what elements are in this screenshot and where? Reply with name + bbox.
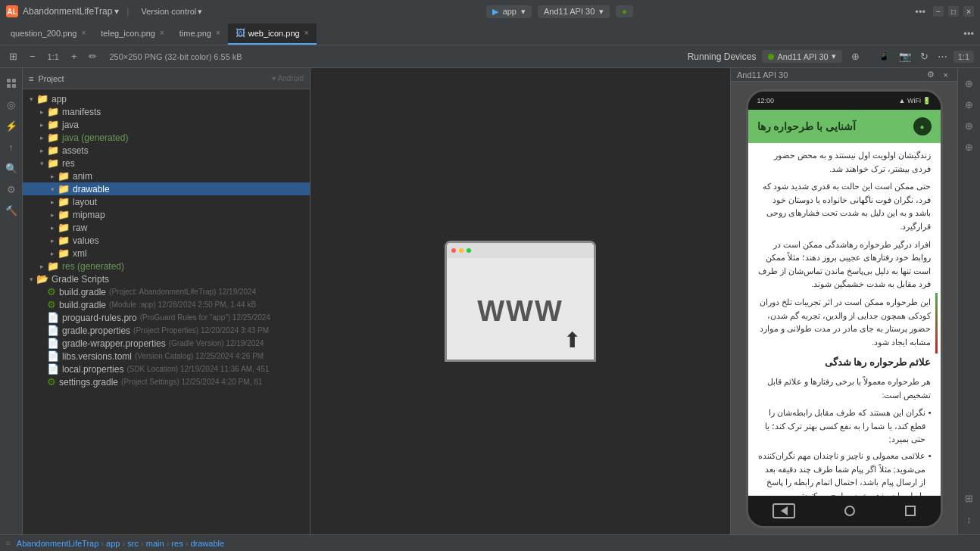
screenshot-button[interactable]: 📷 xyxy=(896,49,914,64)
close-tab-icon[interactable]: × xyxy=(304,29,309,37)
file-tree[interactable]: ▾ 📁 app ▸ 📁 manifests ▸ 📁 java ▸ xyxy=(23,89,310,534)
tree-item-res[interactable]: ▾ 📁 res xyxy=(23,157,310,170)
breadcrumb-item-res[interactable]: res xyxy=(171,539,183,548)
device-chip[interactable]: And11 API 30 ▾ xyxy=(538,5,610,18)
tree-item-proguard[interactable]: 📄 proguard-rules.pro (ProGuard Rules for… xyxy=(23,311,310,324)
tree-item-label: layout xyxy=(73,197,97,207)
right-icon-add-2[interactable]: ⊕ xyxy=(960,95,978,114)
run-config-chip[interactable]: ▶ app ▾ xyxy=(486,5,532,18)
phone-close-button[interactable]: × xyxy=(941,68,951,81)
tree-item-res-gen[interactable]: ▸ 📁 res (generated) xyxy=(23,260,310,272)
running-device-chip[interactable]: And11 API 30 ▾ xyxy=(762,50,841,63)
tree-item-java[interactable]: ▸ 📁 java xyxy=(23,118,310,131)
edit-button[interactable]: ✏ xyxy=(86,49,100,64)
tab-web[interactable]: 🖼 web_icon.png × xyxy=(228,23,317,45)
zoom-in-button[interactable]: + xyxy=(68,49,80,64)
right-icon-add-1[interactable]: ⊕ xyxy=(960,74,978,92)
tree-item-gradle-wrapper[interactable]: 📄 gradle-wrapper.properties (Gradle Vers… xyxy=(23,337,310,350)
right-icon-expand[interactable]: ↕ xyxy=(960,510,978,528)
folder-icon: 📁 xyxy=(58,196,70,207)
sidebar-icon-run[interactable]: ⚡ xyxy=(2,117,20,135)
tree-item-values[interactable]: ▸ 📁 values xyxy=(23,234,310,247)
breadcrumb-item-app[interactable]: app xyxy=(106,539,120,548)
tab-time[interactable]: time.png × xyxy=(172,23,228,45)
device-frame-button[interactable]: 📱 xyxy=(875,49,893,64)
svg-rect-3 xyxy=(12,84,16,88)
tree-item-app[interactable]: ▾ 📁 app xyxy=(23,92,310,105)
phone-para-1: زندگیشان اولویت اول نیستند و به محض حضور… xyxy=(757,149,932,176)
cursor-icon: ⬆ xyxy=(563,328,581,353)
nav-recents-button[interactable] xyxy=(905,506,916,516)
phone-screen[interactable]: ● آشنایی با طرحواره رها زندگیشان اولویت … xyxy=(748,110,941,496)
tree-item-xml[interactable]: ▸ 📁 xml xyxy=(23,247,310,260)
close-tab-icon[interactable]: × xyxy=(160,29,164,37)
tree-item-raw[interactable]: ▸ 📁 raw xyxy=(23,221,310,234)
dot-yellow xyxy=(459,248,463,253)
tree-item-manifests[interactable]: ▸ 📁 manifests xyxy=(23,105,310,118)
nav-back-button[interactable] xyxy=(772,503,795,518)
phone-content-area[interactable]: زندگیشان اولویت اول نیستند و به محض حضور… xyxy=(748,143,941,496)
tree-arrow: ▸ xyxy=(36,108,47,116)
phone-settings-button[interactable]: ⚙ xyxy=(924,68,938,81)
tree-item-build-gradle-module[interactable]: ⚙ build.gradle (Module :app) 12/28/2024 … xyxy=(23,298,310,311)
tab-teleg[interactable]: teleg_icon.png × xyxy=(93,23,171,45)
tree-item-label: values xyxy=(73,235,99,246)
tree-item-drawable[interactable]: ▾ 📁 drawable xyxy=(23,182,310,195)
www-text: WWW xyxy=(477,295,563,328)
breadcrumb-item-src[interactable]: src xyxy=(127,539,139,548)
right-icon-add-4[interactable]: ⊕ xyxy=(960,138,978,156)
close-tab-icon[interactable]: × xyxy=(216,29,220,37)
sidebar-icon-target[interactable]: ◎ xyxy=(2,95,20,114)
tree-item-libs-versions[interactable]: 📄 libs.versions.toml (Version Catalog) 1… xyxy=(23,350,310,363)
folder-icon: 📁 xyxy=(47,119,59,130)
nav-home-button[interactable] xyxy=(844,506,855,516)
add-device-button[interactable]: ⊕ xyxy=(848,49,863,64)
toolbar-more[interactable]: ••• xyxy=(912,5,929,19)
tree-item-gradle-scripts[interactable]: ▾ 📂 Gradle Scripts xyxy=(23,272,310,285)
close-tab-icon[interactable]: × xyxy=(81,29,86,37)
zoom-out-button[interactable]: − xyxy=(27,49,39,64)
right-icon-add-3[interactable]: ⊕ xyxy=(960,117,978,135)
tree-item-local-props[interactable]: 📄 local.properties (SDK Location) 12/19/… xyxy=(23,363,310,375)
phone-frame: 12:00 ▲ WiFi 🔋 ● آشنایی با طرحواره رها ز… xyxy=(746,89,943,528)
tree-item-layout[interactable]: ▸ 📁 layout xyxy=(23,195,310,208)
props-icon: 📄 xyxy=(47,325,59,336)
tab-question[interactable]: question_200.png × xyxy=(3,23,93,45)
sidebar-icon-settings[interactable]: ⚙ xyxy=(2,180,20,198)
toml-icon: 📄 xyxy=(47,350,59,362)
version-control-button[interactable]: Version control ▾ xyxy=(136,5,207,18)
breadcrumb-item-drawable[interactable]: drawable xyxy=(190,539,224,548)
breadcrumb-item-root[interactable]: AbandonmentLifeTrap xyxy=(17,539,98,548)
right-icon-fit[interactable]: ⊞ xyxy=(960,489,978,507)
svg-rect-1 xyxy=(12,79,16,82)
tab-overflow-button[interactable]: ••• xyxy=(960,26,977,41)
tree-item-build-gradle-project[interactable]: ⚙ build.gradle (Project: AbandonmentLife… xyxy=(23,285,310,298)
tree-item-gradle-props[interactable]: 📄 gradle.properties (Project Properties)… xyxy=(23,324,310,337)
phone-outer: 12:00 ▲ WiFi 🔋 ● آشنایی با طرحواره رها ز… xyxy=(731,82,957,534)
breadcrumb-item-main[interactable]: main xyxy=(146,539,164,548)
close-button[interactable]: × xyxy=(963,6,974,17)
tree-item-label: anim xyxy=(73,171,92,182)
project-name[interactable]: AbandonmentLifeTrap ▾ xyxy=(23,6,119,17)
device-name-label: And11 API 30 xyxy=(544,7,595,16)
tree-item-settings-gradle[interactable]: ⚙ settings.gradle (Project Settings) 12/… xyxy=(23,375,310,388)
sidebar-icon-search[interactable]: 🔍 xyxy=(2,159,20,177)
tree-item-java-gen[interactable]: ▸ 📁 java (generated) xyxy=(23,131,310,144)
window-controls: ••• − □ × xyxy=(912,5,974,19)
minimize-button[interactable]: − xyxy=(933,6,944,17)
file-tree-panel: ≡ Project ▾ Android ▾ 📁 app ▸ 📁 manifest… xyxy=(23,68,311,534)
svg-rect-2 xyxy=(7,84,11,88)
tree-item-anim[interactable]: ▸ 📁 anim xyxy=(23,170,310,182)
phone-panel-label: And11 API 30 xyxy=(737,70,788,79)
sidebar-icon-vcs[interactable]: ↑ xyxy=(2,138,20,156)
tree-item-mipmap[interactable]: ▸ 📁 mipmap xyxy=(23,208,310,221)
maximize-button[interactable]: □ xyxy=(948,6,959,17)
tree-item-meta: (Module :app) 12/28/2024 2:50 PM, 1.44 k… xyxy=(109,300,256,309)
more-options-button[interactable]: ⋯ xyxy=(935,49,950,64)
tree-item-meta: (Gradle Version) 12/19/2024 xyxy=(169,339,264,347)
tree-item-assets[interactable]: ▸ 📁 assets xyxy=(23,144,310,157)
rotate-button[interactable]: ↻ xyxy=(917,49,932,64)
fit-screen-button[interactable]: ⊞ xyxy=(6,49,20,64)
sidebar-icon-project[interactable] xyxy=(2,74,20,92)
sidebar-icon-build[interactable]: 🔨 xyxy=(2,201,20,219)
